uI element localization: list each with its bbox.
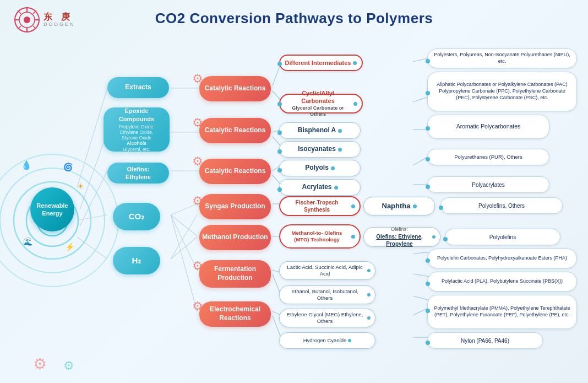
svg-line-14 xyxy=(171,215,197,236)
svg-line-6 xyxy=(80,132,107,209)
product-polyolefin-carbonates: Polyolefin Carbonates, Polyhydroxyalkano… xyxy=(427,249,577,268)
dot-p7 xyxy=(443,237,448,241)
dot-p11 xyxy=(426,341,430,345)
dot-p3 xyxy=(426,126,430,131)
svg-line-5 xyxy=(77,88,107,187)
svg-line-22 xyxy=(273,137,281,146)
dot-p8 xyxy=(426,258,430,263)
syngas-production: Syngas Production xyxy=(199,194,271,219)
svg-line-7 xyxy=(80,171,107,226)
extracts-node: Extracts xyxy=(107,77,169,98)
svg-line-9 xyxy=(77,237,107,259)
dot-p1 xyxy=(426,59,430,63)
bisphenol-a: Bisphenol A xyxy=(279,122,361,139)
methanol-production: Methanol Production xyxy=(199,225,271,250)
dot-2 xyxy=(277,102,282,106)
h2-node: H₂ xyxy=(113,247,160,274)
product-aliphatic-pc: Aliphatic Polycarbonates or Polyalkylene… xyxy=(427,72,577,111)
olefins-ethylene-propylene: Olefins: Olefins: Ethylene, Propylene xyxy=(363,227,440,247)
svg-line-8 xyxy=(77,215,107,220)
svg-line-40 xyxy=(413,252,429,253)
dot-6 xyxy=(277,187,282,192)
product-pla: Polylactic Acid (PLA), Polybutylene Succ… xyxy=(427,272,577,292)
hydrogen-cyanide: Hydrogen Cyanide xyxy=(279,332,375,349)
fermentation-production: Fermentation Production xyxy=(199,260,271,288)
product-polyolefins: Polyolefins xyxy=(445,229,560,245)
product-polyurethanes: Polyurethanes (PUR), Others xyxy=(427,149,549,165)
lactic-acid: Lactic Acid, Succinic Acid, Adipic Acid xyxy=(279,261,375,280)
wave-icon: 🌊 xyxy=(23,237,32,246)
different-intermediates: Different Intermediates xyxy=(279,55,363,71)
naphtha: Naphtha xyxy=(363,197,435,215)
water-drop-icon: 💧 xyxy=(21,160,32,170)
dot-p9 xyxy=(426,282,430,286)
dot-p5 xyxy=(426,185,430,189)
electrochemical-reactions: Electrochemical Reactions xyxy=(199,301,271,327)
renewable-energy-label: Renewable Energy xyxy=(30,187,74,231)
svg-line-42 xyxy=(413,296,429,300)
bottom-gear-center: ⚙ xyxy=(63,359,74,373)
dot-1 xyxy=(277,62,282,66)
svg-line-41 xyxy=(413,274,429,277)
isocyanates: Isocyanates xyxy=(279,141,361,158)
epoxide-node: EpoxideCompounds Propylene Oxide,Ethylen… xyxy=(104,107,170,152)
dot-p6 xyxy=(439,206,443,210)
svg-line-17 xyxy=(171,215,197,259)
co2-node: CO₂ xyxy=(113,203,160,230)
acrylates: Acrylates xyxy=(279,179,361,196)
product-aromatic-pc: Aromatic Polycarbonates xyxy=(427,115,549,139)
dot-3 xyxy=(277,131,282,135)
mto-technology: Methanol-to- Olefins (MTO) Technology xyxy=(279,224,361,249)
page-title: CO2 Conversion Pathways to Polymers xyxy=(0,10,588,27)
dot-5 xyxy=(277,168,282,172)
catalytic-reactions-2: Catalytic Reactions xyxy=(199,118,271,143)
product-polyacrylates: Polyacrylates xyxy=(427,176,549,193)
dot-4 xyxy=(277,149,282,154)
dot-p10 xyxy=(426,309,430,313)
product-polyesters: Polyesters, Polyureas, Non-Isocyanate Po… xyxy=(427,48,577,68)
fischer-tropsch: Fischer-Tropsch Synthesis xyxy=(279,196,361,216)
product-polyolefins-others: Polyolefins, Others xyxy=(440,197,563,214)
svg-line-18 xyxy=(171,237,197,259)
lightning-icon: ⚡ xyxy=(65,242,74,251)
meg-ethylene: Ethylene Glycol (MEG) Ethylene, Others xyxy=(279,309,375,327)
ethanol-butanol: Ethanol, Butanol, Isobutanol, Others xyxy=(279,285,375,304)
dot-p4 xyxy=(426,157,430,161)
polyols: Polyols xyxy=(279,160,361,176)
bottom-gear-left: ⚙ xyxy=(33,355,47,373)
catalytic-reactions-3: Catalytic Reactions xyxy=(199,159,271,184)
catalytic-reactions-1: Catalytic Reactions xyxy=(199,76,271,101)
product-nylon: Nylon (PA66, PA46) xyxy=(427,332,543,349)
dot-p2 xyxy=(426,91,430,95)
wind-icon: 🌀 xyxy=(63,163,73,171)
cyclic-allyl-carbonates: Cyclic/Allyl Carbonates Glycerol Carbona… xyxy=(279,94,363,114)
product-pmma: Polymethyl Methacrylate (PMMA), Polyethy… xyxy=(427,295,577,329)
olefins-node: Olefins:Ethylene xyxy=(107,163,169,184)
solar-icon: ☀ xyxy=(77,182,84,191)
